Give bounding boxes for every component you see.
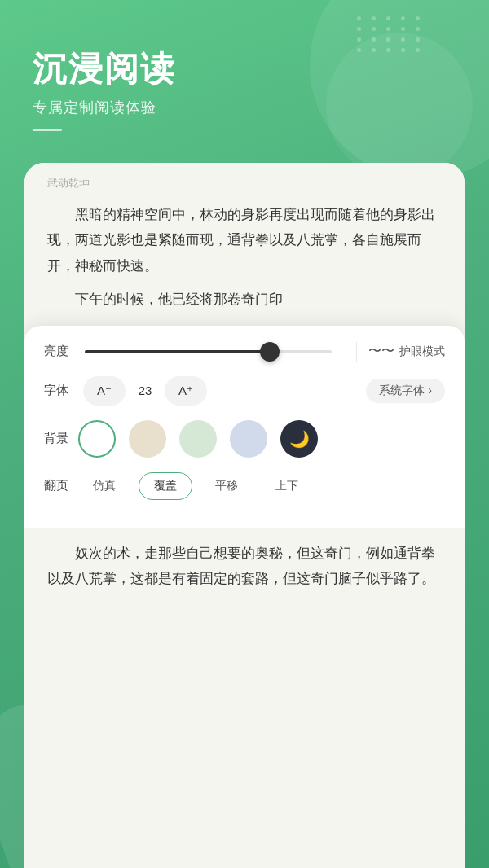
book-title: 武动乾坤	[47, 176, 442, 191]
background-label: 背景	[44, 431, 78, 446]
bg-option-white[interactable]	[78, 420, 116, 458]
main-card: 武动乾坤 黑暗的精神空间中，林动的身影再度出现而随着他的身影出现，两道光影也是紧…	[24, 163, 465, 868]
bg-option-blue[interactable]	[230, 420, 267, 458]
bg-option-green[interactable]	[179, 420, 217, 458]
bg-option-beige[interactable]	[129, 420, 166, 458]
brightness-track	[85, 350, 332, 353]
brightness-thumb[interactable]	[260, 342, 280, 362]
font-family-button[interactable]: 系统字体 ›	[366, 379, 445, 403]
brightness-label: 亮度	[44, 344, 78, 359]
brightness-fill	[85, 350, 270, 353]
settings-panel: 亮度 〜〜 护眼模式 字体 A⁻ 23 A⁺	[24, 326, 465, 528]
font-increase-button[interactable]: A⁺	[165, 376, 207, 406]
pageturn-row: 翻页 仿真 覆盖 平移 上下	[44, 472, 445, 500]
hero-line	[33, 129, 62, 131]
brightness-row: 亮度 〜〜 护眼模式	[44, 342, 445, 362]
pageturn-option-3[interactable]: 上下	[261, 473, 313, 499]
font-label: 字体	[44, 383, 78, 398]
divider	[356, 342, 357, 362]
book-content-bottom: 奴次的术，走那些自己想要的奥秘，但这奇门，例如通背拳以及八荒掌，这都是有着固定的…	[24, 528, 465, 605]
font-row: 字体 A⁻ 23 A⁺ 系统字体 ›	[44, 376, 445, 406]
background-row: 背景	[44, 420, 445, 458]
hero-subtitle: 专属定制阅读体验	[33, 98, 456, 117]
hero-section: 沉浸阅读 专属定制阅读体验	[0, 0, 489, 131]
eye-mode-control[interactable]: 〜〜 护眼模式	[368, 343, 445, 360]
font-decrease-button[interactable]: A⁻	[83, 376, 126, 406]
pageturn-option-1[interactable]: 覆盖	[139, 472, 192, 500]
book-content-top: 武动乾坤 黑暗的精神空间中，林动的身影再度出现而随着他的身影出现，两道光影也是紧…	[24, 163, 465, 326]
pageturn-label: 翻页	[44, 478, 78, 493]
book-paragraph-1: 黑暗的精神空间中，林动的身影再度出现而随着他的身影出现，两道光影也是紧随而现，通…	[47, 202, 442, 313]
background-options	[78, 420, 445, 458]
book-paragraph-3: 奴次的术，走那些自己想要的奥秘，但这奇门，例如通背拳以及八荒掌，这都是有着固定的…	[47, 541, 442, 592]
font-controls: A⁻ 23 A⁺ 系统字体 ›	[78, 376, 445, 406]
font-size-display: 23	[134, 384, 156, 397]
eye-icon: 〜〜	[368, 343, 394, 360]
brightness-slider[interactable]	[85, 350, 332, 353]
bg-option-dark[interactable]	[280, 420, 318, 458]
pageturn-option-0[interactable]: 仿真	[78, 473, 130, 499]
pageturn-options: 仿真 覆盖 平移 上下	[78, 472, 445, 500]
eye-mode-label: 护眼模式	[399, 344, 445, 359]
hero-title: 沉浸阅读	[33, 49, 456, 90]
pageturn-option-2[interactable]: 平移	[200, 473, 253, 499]
